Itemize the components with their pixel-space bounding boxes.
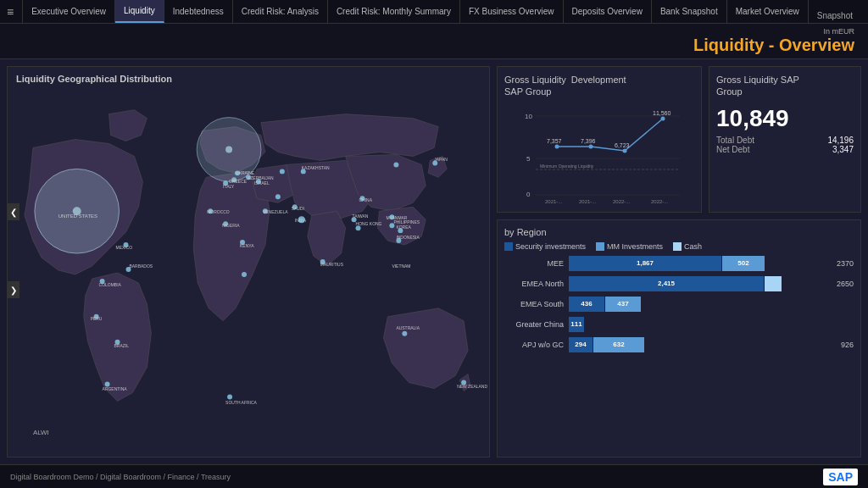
bar-emea-north-security: 2,415 (569, 276, 764, 291)
svg-text:2021-...: 2021-... (545, 199, 563, 204)
bar-label-mee: MEE (504, 259, 564, 268)
region-panel: by Region Security investments MM Invest… (497, 219, 861, 458)
snapshot-label: Snapshot (817, 11, 853, 20)
svg-text:HONG KONG: HONG KONG (356, 221, 382, 226)
svg-text:PERU: PERU (91, 316, 103, 321)
svg-text:INDONESIA: INDONESIA (396, 235, 420, 240)
svg-text:VENEZUELA: VENEZUELA (263, 209, 288, 214)
svg-text:CHINA: CHINA (359, 197, 373, 202)
page-title: Liquidity - Overview (693, 36, 854, 54)
bar-total-mee: 2370 (837, 259, 854, 268)
bar-label-emea-north: EMEA North (504, 280, 564, 288)
bar-label-apj: APJ w/o GC (504, 341, 564, 349)
svg-text:ITALY: ITALY (223, 184, 235, 189)
svg-text:NEW ZEALAND: NEW ZEALAND (457, 384, 487, 389)
nav-item-credit-analysis[interactable]: Credit Risk: Analysis (233, 0, 328, 23)
bar-mee-security: 1,867 (569, 256, 721, 271)
bar-group-emea-north: 2,415 (569, 276, 828, 291)
footer: Digital Boardroom Demo / Digital Boardro… (0, 464, 868, 488)
svg-text:6,723: 6,723 (615, 142, 630, 148)
svg-text:BARBADOS: BARBADOS (129, 263, 153, 269)
svg-point-26 (275, 194, 281, 199)
svg-text:11,560: 11,560 (653, 110, 671, 116)
svg-text:BRAZIL: BRAZIL (114, 343, 130, 348)
svg-text:2022-...: 2022-... (651, 199, 669, 204)
total-debt-label: Total Debt (716, 136, 754, 145)
svg-text:10: 10 (525, 113, 532, 120)
svg-point-87 (661, 116, 665, 120)
arrow-down[interactable]: ❯ (8, 281, 19, 298)
svg-text:KOREA: KOREA (396, 225, 411, 230)
nav-item-market[interactable]: Market Overview (727, 0, 809, 23)
svg-text:AUSTRALIA: AUSTRALIA (396, 325, 420, 330)
bar-emea-south-mm: 437 (605, 297, 641, 312)
region-title: by Region (504, 227, 854, 237)
bar-row-mee: MEE 1,867 502 2370 (504, 256, 854, 271)
gross-dev-title: Gross Liquidity DevelopmentSAP Group (504, 74, 694, 98)
map-title: Liquidity Geographical Distribution (16, 74, 172, 84)
nav-item-bank-snapshot[interactable]: Bank Snapshot (652, 0, 727, 23)
bar-label-emea-south: EMEA South (504, 300, 564, 308)
legend-mm-label: MM Investments (607, 242, 663, 251)
legend-security-label: Security investments (515, 242, 586, 251)
nav-item-indebtedness[interactable]: Indebtedness (164, 0, 233, 23)
svg-text:ALWI: ALWI (33, 429, 49, 436)
svg-text:KENYA: KENYA (240, 243, 254, 248)
svg-text:5: 5 (526, 155, 531, 163)
svg-point-20 (280, 169, 285, 174)
svg-point-37 (402, 331, 407, 336)
svg-text:7,357: 7,357 (547, 138, 562, 144)
top-right-panels: Gross Liquidity DevelopmentSAP Group 10 … (497, 66, 861, 213)
nav-item-liquidity[interactable]: Liquidity (115, 0, 164, 23)
svg-text:KAZAKHSTAN: KAZAKHSTAN (302, 165, 330, 170)
line-chart: 10 5 0 Minimum Operating Liquidity (504, 103, 694, 205)
svg-text:COLOMBIA: COLOMBIA (99, 282, 122, 287)
svg-text:2022-...: 2022-... (613, 199, 631, 204)
svg-text:ARGENTINA: ARGENTINA (103, 386, 128, 391)
bar-total-emea-north: 2650 (837, 280, 854, 288)
legend-cash: Cash (673, 242, 702, 251)
page-header: In mEUR Liquidity - Overview (0, 24, 868, 59)
svg-point-84 (555, 144, 559, 148)
svg-text:MAURITIUS: MAURITIUS (320, 262, 344, 267)
unit-label: In mEUR (14, 27, 854, 36)
svg-text:GREECE: GREECE (229, 179, 248, 184)
top-navigation: ≡ Executive Overview Liquidity Indebtedn… (0, 0, 868, 24)
bar-group-mee: 1,867 502 (569, 256, 828, 271)
bar-group-greater-china: 111 (569, 317, 854, 332)
bar-emea-north-cash (765, 276, 782, 291)
svg-point-4 (225, 146, 232, 152)
arrow-up[interactable]: ❮ (8, 203, 19, 220)
nav-item-fx[interactable]: FX Business Overview (460, 0, 564, 23)
total-debt-value: 14,196 (827, 136, 854, 145)
nav-item-executive[interactable]: Executive Overview (22, 0, 115, 23)
bar-group-emea-south: 436 437 (569, 297, 854, 312)
bar-total-apj: 926 (841, 341, 854, 349)
debt-info: Total Debt14,196 Net Debt3,347 (716, 136, 854, 154)
svg-text:ISRAEL: ISRAEL (254, 180, 270, 186)
bar-row-apj: APJ w/o GC 294 632 926 (504, 337, 854, 352)
svg-point-28 (393, 162, 398, 167)
svg-text:UNITED STATES: UNITED STATES (58, 214, 97, 219)
main-content: Liquidity Geographical Distribution ❮ ❯ (0, 59, 868, 464)
legend-mm-box (596, 242, 604, 251)
svg-text:MOROCCO: MOROCCO (207, 209, 230, 214)
nav-item-deposits[interactable]: Deposits Overview (564, 0, 652, 23)
svg-text:VIETNAM: VIETNAM (392, 263, 410, 269)
svg-text:SAUDI: SAUDI (292, 206, 304, 211)
legend-security: Security investments (504, 242, 586, 251)
bar-label-greater-china: Greater China (504, 320, 564, 329)
legend-mm: MM Investments (596, 242, 663, 251)
nav-item-credit-monthly[interactable]: Credit Risk: Monthly Summary (328, 0, 460, 23)
svg-text:Minimum Operating Liquidity: Minimum Operating Liquidity (540, 164, 594, 169)
legend-security-box (504, 242, 513, 251)
gross-sap-title: Gross Liquidity SAPGroup (716, 74, 854, 98)
svg-text:2021-...: 2021-... (579, 199, 597, 204)
svg-point-19 (227, 394, 232, 399)
svg-point-23 (242, 272, 247, 277)
bar-row-emea-south: EMEA South 436 437 (504, 297, 854, 312)
bar-row-emea-north: EMEA North 2,415 2650 (504, 276, 854, 291)
svg-text:JAPAN: JAPAN (434, 157, 448, 162)
menu-icon[interactable]: ≡ (7, 5, 14, 19)
bar-apj-mm: 632 (593, 337, 644, 352)
